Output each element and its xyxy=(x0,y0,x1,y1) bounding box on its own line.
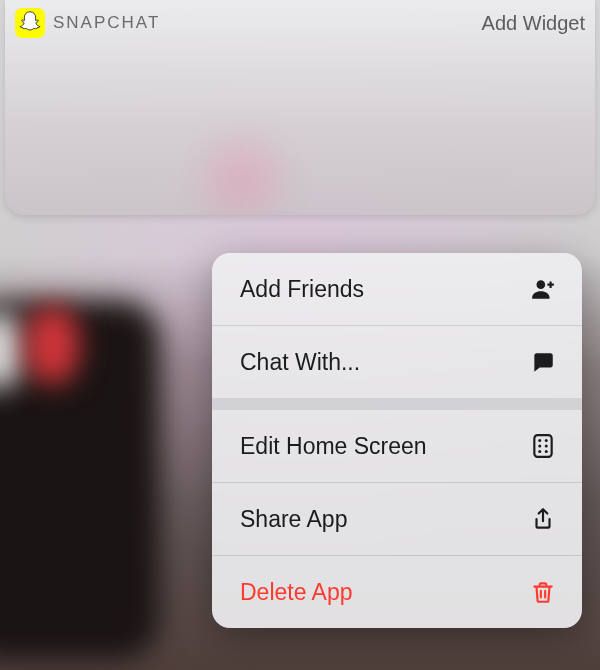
svg-rect-1 xyxy=(534,435,551,457)
widget-header: SNAPCHAT Add Widget xyxy=(15,8,585,38)
menu-item-label: Edit Home Screen xyxy=(240,433,427,460)
svg-point-2 xyxy=(538,439,541,442)
snapchat-ghost-icon xyxy=(15,8,45,38)
svg-point-5 xyxy=(545,444,548,447)
menu-item-label: Chat With... xyxy=(240,349,360,376)
widget-app-name: SNAPCHAT xyxy=(53,13,160,33)
apps-grid-icon xyxy=(528,431,558,461)
add-friend-icon xyxy=(528,274,558,304)
trash-icon xyxy=(528,577,558,607)
svg-point-3 xyxy=(545,439,548,442)
menu-item-edit-home-screen[interactable]: Edit Home Screen xyxy=(212,410,582,482)
svg-point-7 xyxy=(545,450,548,453)
widget-title-group: SNAPCHAT xyxy=(15,8,160,38)
snapchat-widget-card[interactable]: SNAPCHAT Add Widget xyxy=(5,0,595,215)
svg-point-4 xyxy=(538,444,541,447)
background-blur-shape xyxy=(25,305,80,385)
menu-item-label: Share App xyxy=(240,506,347,533)
menu-item-label: Add Friends xyxy=(240,276,364,303)
share-icon xyxy=(528,504,558,534)
add-widget-button[interactable]: Add Widget xyxy=(482,12,585,35)
svg-point-6 xyxy=(538,450,541,453)
menu-item-delete-app[interactable]: Delete App xyxy=(212,556,582,628)
menu-item-chat-with[interactable]: Chat With... xyxy=(212,326,582,398)
chat-icon xyxy=(528,347,558,377)
app-context-menu: Add Friends Chat With... Edit Home Scree… xyxy=(212,253,582,628)
menu-group-separator xyxy=(212,398,582,410)
menu-item-label: Delete App xyxy=(240,579,353,606)
menu-item-share-app[interactable]: Share App xyxy=(212,483,582,555)
svg-point-0 xyxy=(537,280,546,289)
menu-item-add-friends[interactable]: Add Friends xyxy=(212,253,582,325)
